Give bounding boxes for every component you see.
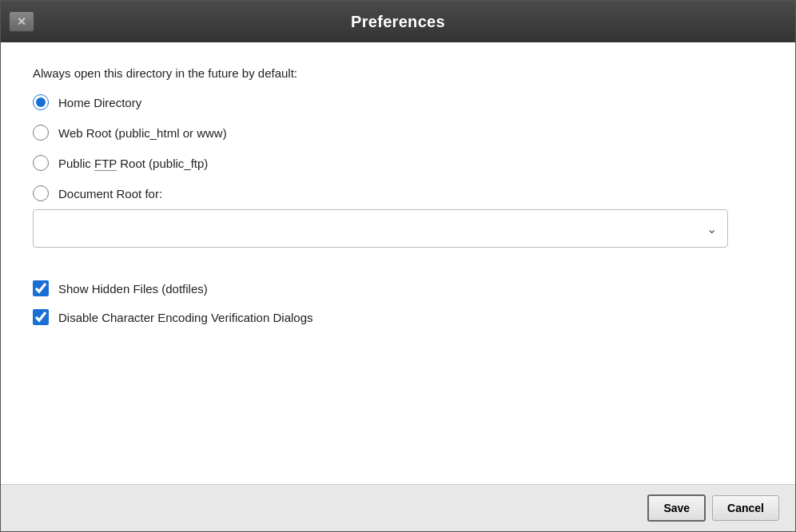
radio-option-docroot[interactable]: Document Root for:: [33, 185, 162, 201]
checkbox-encoding-label: Disable Character Encoding Verification …: [58, 311, 313, 324]
section-label: Always open this directory in the future…: [33, 66, 763, 80]
radio-docroot-input[interactable]: [33, 185, 49, 201]
checkbox-option-hidden-files[interactable]: Show Hidden Files (dotfiles): [33, 280, 763, 296]
preferences-dialog: ✕ Preferences Always open this directory…: [0, 0, 796, 532]
checkbox-hidden-files-label: Show Hidden Files (dotfiles): [58, 282, 208, 296]
save-button[interactable]: Save: [647, 494, 706, 522]
radio-option-webroot[interactable]: Web Root (public_html or www): [33, 125, 763, 141]
checkbox-hidden-files-input[interactable]: [33, 280, 49, 296]
cancel-button[interactable]: Cancel: [712, 495, 779, 521]
dialog-title: Preferences: [351, 13, 445, 31]
radio-home-input[interactable]: [33, 94, 49, 110]
checkbox-option-encoding[interactable]: Disable Character Encoding Verification …: [33, 309, 763, 325]
checkbox-group: Show Hidden Files (dotfiles) Disable Cha…: [33, 280, 763, 325]
radio-option-ftproot[interactable]: Public FTP Root (public_ftp): [33, 155, 763, 171]
close-button[interactable]: ✕: [9, 11, 34, 32]
radio-group: Home Directory Web Root (public_html or …: [33, 94, 763, 248]
radio-webroot-input[interactable]: [33, 125, 49, 141]
radio-option-docroot-row: Document Root for:: [33, 185, 763, 201]
section-divider: [33, 264, 763, 264]
radio-option-home[interactable]: Home Directory: [33, 94, 763, 110]
ftp-abbr: FTP: [94, 157, 117, 171]
radio-ftproot-label: Public FTP Root (public_ftp): [58, 157, 208, 170]
dialog-body: Always open this directory in the future…: [1, 42, 795, 484]
checkbox-encoding-input[interactable]: [33, 309, 49, 325]
radio-webroot-label: Web Root (public_html or www): [58, 126, 227, 140]
dialog-footer: Save Cancel: [1, 484, 795, 531]
title-bar: ✕ Preferences: [1, 1, 795, 42]
radio-docroot-label: Document Root for:: [58, 187, 162, 200]
document-root-dropdown[interactable]: [33, 209, 728, 248]
close-icon: ✕: [17, 15, 26, 28]
radio-ftproot-input[interactable]: [33, 155, 49, 171]
radio-home-label: Home Directory: [58, 96, 141, 109]
document-root-dropdown-wrapper: ⌄: [33, 209, 728, 248]
